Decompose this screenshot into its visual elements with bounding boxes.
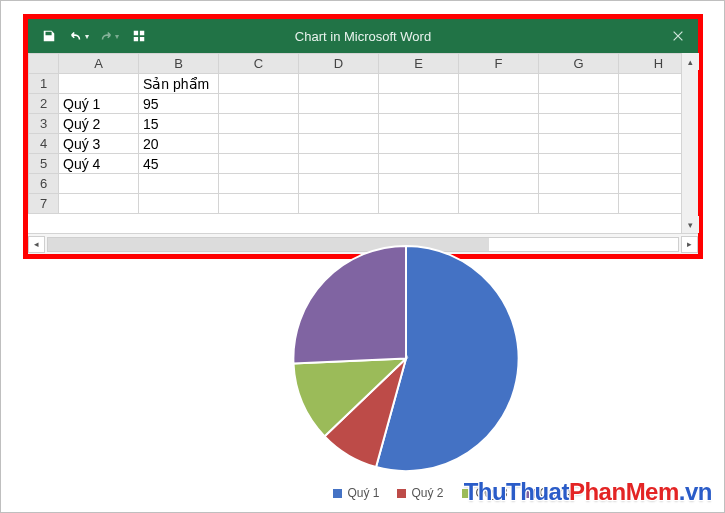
save-button[interactable] xyxy=(36,23,62,49)
redo-button[interactable]: ▾ xyxy=(96,23,122,49)
cell[interactable] xyxy=(379,154,459,174)
cell[interactable] xyxy=(539,154,619,174)
cell[interactable] xyxy=(539,94,619,114)
cell[interactable] xyxy=(299,134,379,154)
cell[interactable] xyxy=(539,134,619,154)
cell[interactable] xyxy=(219,194,299,214)
cell[interactable] xyxy=(59,174,139,194)
quick-access-toolbar: ▾ ▾ xyxy=(28,23,152,49)
grid-icon xyxy=(132,29,146,43)
scroll-track[interactable] xyxy=(682,70,698,216)
col-header[interactable]: F xyxy=(459,54,539,74)
scroll-down-icon[interactable]: ▾ xyxy=(682,216,699,233)
watermark-text: PhanMem xyxy=(569,478,679,505)
worksheet-area: A B C D E F G H xyxy=(28,53,698,254)
cell[interactable] xyxy=(219,134,299,154)
cell[interactable] xyxy=(379,94,459,114)
cell[interactable] xyxy=(539,74,619,94)
row-header[interactable]: 5 xyxy=(29,154,59,174)
cell[interactable] xyxy=(219,74,299,94)
row-header[interactable]: 4 xyxy=(29,134,59,154)
chart-area: Quý 1Quý 2Quý 3Quý 4 xyxy=(121,241,694,502)
col-header[interactable]: G xyxy=(539,54,619,74)
cell[interactable] xyxy=(299,154,379,174)
cell[interactable] xyxy=(139,194,219,214)
cell-A1[interactable] xyxy=(59,74,139,94)
cell[interactable] xyxy=(379,134,459,154)
cell[interactable] xyxy=(219,174,299,194)
row-header[interactable]: 3 xyxy=(29,114,59,134)
row-header[interactable]: 2 xyxy=(29,94,59,114)
pie-chart[interactable] xyxy=(271,241,541,476)
select-all-corner[interactable] xyxy=(29,54,59,74)
legend-item: Quý 1 xyxy=(333,486,379,500)
scroll-up-icon[interactable]: ▴ xyxy=(682,53,699,70)
table-row: 7 xyxy=(29,194,699,214)
cell[interactable] xyxy=(299,194,379,214)
cell[interactable] xyxy=(539,194,619,214)
customize-qat-button[interactable] xyxy=(126,23,152,49)
cell[interactable] xyxy=(539,114,619,134)
cell-B3[interactable]: 15 xyxy=(139,114,219,134)
cell[interactable] xyxy=(539,174,619,194)
table-row: 2 Quý 1 95 xyxy=(29,94,699,114)
cell[interactable] xyxy=(379,174,459,194)
save-icon xyxy=(42,29,56,43)
cell[interactable] xyxy=(459,114,539,134)
titlebar: ▾ ▾ Chart in Microsoft Word xyxy=(28,19,698,53)
cell-A4[interactable]: Quý 3 xyxy=(59,134,139,154)
cell[interactable] xyxy=(219,154,299,174)
col-header[interactable]: E xyxy=(379,54,459,74)
table-row: 3 Quý 2 15 xyxy=(29,114,699,134)
table-row: 1 Sản phẩm xyxy=(29,74,699,94)
cell[interactable] xyxy=(299,74,379,94)
undo-icon xyxy=(69,29,83,43)
cell[interactable] xyxy=(459,134,539,154)
cell-A3[interactable]: Quý 2 xyxy=(59,114,139,134)
cell[interactable] xyxy=(459,74,539,94)
cell-B5[interactable]: 45 xyxy=(139,154,219,174)
cell[interactable] xyxy=(459,194,539,214)
close-button[interactable] xyxy=(658,19,698,53)
cell-B1[interactable]: Sản phẩm xyxy=(139,74,219,94)
cell[interactable] xyxy=(379,114,459,134)
cell[interactable] xyxy=(299,94,379,114)
cell[interactable] xyxy=(299,174,379,194)
vertical-scrollbar[interactable]: ▴ ▾ xyxy=(681,53,698,233)
row-header[interactable]: 6 xyxy=(29,174,59,194)
legend-swatch xyxy=(397,489,406,498)
undo-button[interactable]: ▾ xyxy=(66,23,92,49)
column-header-row: A B C D E F G H xyxy=(29,54,699,74)
col-header[interactable]: B xyxy=(139,54,219,74)
cell[interactable] xyxy=(59,194,139,214)
cell[interactable] xyxy=(219,94,299,114)
cell[interactable] xyxy=(299,114,379,134)
cell[interactable] xyxy=(459,154,539,174)
cell[interactable] xyxy=(459,174,539,194)
cell[interactable] xyxy=(379,74,459,94)
watermark-text: .vn xyxy=(679,478,712,505)
col-header[interactable]: C xyxy=(219,54,299,74)
scroll-left-icon[interactable]: ◂ xyxy=(28,236,45,253)
cell-A2[interactable]: Quý 1 xyxy=(59,94,139,114)
col-header[interactable]: D xyxy=(299,54,379,74)
cell-B4[interactable]: 20 xyxy=(139,134,219,154)
chevron-down-icon: ▾ xyxy=(85,32,89,41)
cell-B2[interactable]: 95 xyxy=(139,94,219,114)
cell[interactable] xyxy=(459,94,539,114)
cell[interactable] xyxy=(379,194,459,214)
cell[interactable] xyxy=(139,174,219,194)
cell-A5[interactable]: Quý 4 xyxy=(59,154,139,174)
legend-label: Quý 1 xyxy=(347,486,379,500)
row-header[interactable]: 1 xyxy=(29,74,59,94)
pie-slice[interactable] xyxy=(293,246,406,364)
row-header[interactable]: 7 xyxy=(29,194,59,214)
legend-swatch xyxy=(333,489,342,498)
legend-label: Quý 2 xyxy=(411,486,443,500)
cell[interactable] xyxy=(219,114,299,134)
watermark-text: ThuThuat xyxy=(464,478,569,505)
excel-mini-window: ▾ ▾ Chart in Microsoft Word xyxy=(23,14,703,259)
close-icon xyxy=(671,29,685,43)
col-header[interactable]: A xyxy=(59,54,139,74)
spreadsheet-grid[interactable]: A B C D E F G H xyxy=(28,53,698,214)
